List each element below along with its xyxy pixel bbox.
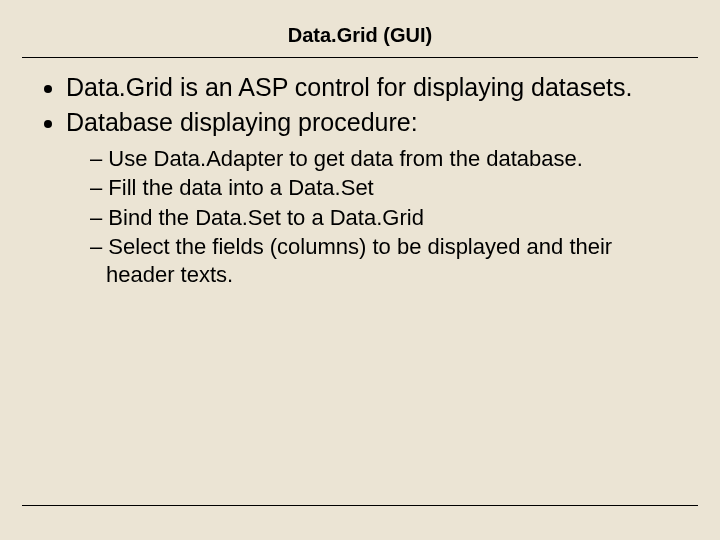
slide: Data.Grid (GUI) Data.Grid is an ASP cont… [0,0,720,540]
bullet-list: Data.Grid is an ASP control for displayi… [38,72,682,288]
divider-bottom [22,505,698,506]
sub-bullet-item: Select the fields (columns) to be displa… [90,233,682,288]
bullet-text: Database displaying procedure: [66,108,418,136]
slide-title: Data.Grid (GUI) [0,0,720,57]
sub-bullet-item: Bind the Data.Set to a Data.Grid [90,204,682,232]
bullet-item: Database displaying procedure: Use Data.… [66,107,682,288]
slide-content: Data.Grid is an ASP control for displayi… [0,58,720,288]
sub-bullet-item: Use Data.Adapter to get data from the da… [90,145,682,173]
sub-bullet-item: Fill the data into a Data.Set [90,174,682,202]
bullet-item: Data.Grid is an ASP control for displayi… [66,72,682,103]
sub-bullet-list: Use Data.Adapter to get data from the da… [66,145,682,289]
